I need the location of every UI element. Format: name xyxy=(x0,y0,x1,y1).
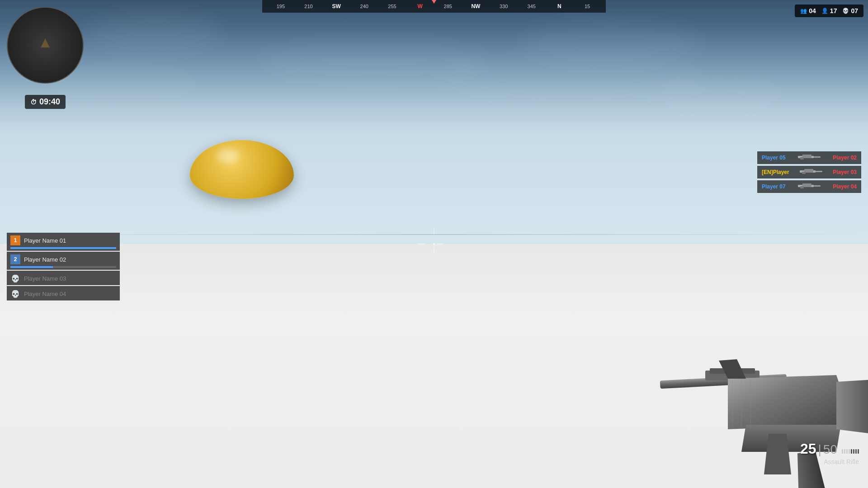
rank-3: 💀 xyxy=(10,273,20,283)
minimap xyxy=(7,7,84,84)
players-count: 17 xyxy=(830,7,837,14)
scoreboard-row-1: 1 Player Name 01 xyxy=(7,233,120,251)
compass-tick-330: 330 xyxy=(499,4,508,9)
compass-tick-n: N xyxy=(555,3,564,9)
rank-2: 2 xyxy=(10,254,20,264)
scoreboard-row-3: 💀 Player Name 03 xyxy=(7,271,120,285)
ammo-current: 25 xyxy=(800,441,816,457)
deaths-count: 07 xyxy=(851,7,858,14)
compass-bar: 195 210 SW 240 255 W 285 NW 330 345 N 15 xyxy=(262,0,606,13)
compass-tick-210: 210 xyxy=(304,4,313,9)
ammo-hud: 25 | 50 Assault Rifle xyxy=(800,441,859,465)
compass-tick-nw: NW xyxy=(471,3,480,9)
player-name-1: Player Name 01 xyxy=(24,237,116,244)
stat-players: 👤 17 xyxy=(821,7,837,14)
kill-victim-3: Player 04 xyxy=(833,183,857,190)
svg-rect-22 xyxy=(804,169,813,173)
timer-icon: ⏱ xyxy=(30,99,37,106)
kill-weapon-3 xyxy=(789,183,830,191)
kill-attacker-2: [EN]Player xyxy=(762,169,789,175)
ammo-reserve: 50 xyxy=(823,442,837,457)
kill-victim-1: Player 02 xyxy=(833,155,857,161)
kill-weapon-2 xyxy=(793,168,830,176)
compass-tick-285: 285 xyxy=(443,4,453,9)
kill-row-3: Player 07 Player 04 xyxy=(757,180,861,193)
svg-rect-28 xyxy=(814,185,821,187)
compass-indicator xyxy=(432,0,436,4)
svg-rect-24 xyxy=(816,171,822,172)
weapon-name: Assault Rifle xyxy=(800,458,859,465)
svg-rect-26 xyxy=(802,183,811,187)
svg-rect-27 xyxy=(800,186,804,188)
kill-victim-2: Player 03 xyxy=(833,169,857,175)
player-name-2: Player Name 02 xyxy=(24,256,116,263)
stat-teams: 👥 04 xyxy=(800,7,816,14)
compass-tick-345: 345 xyxy=(527,4,536,9)
horizon xyxy=(0,234,868,235)
kill-attacker-3: Player 07 xyxy=(762,183,786,190)
top-stats: 👥 04 👤 17 💀 07 xyxy=(795,5,863,17)
game-timer: ⏱ 09:40 xyxy=(25,95,66,109)
dome-highlight xyxy=(217,149,240,163)
player-name-3: Player Name 03 xyxy=(24,275,116,282)
bullet-pips xyxy=(842,449,859,454)
timer-value: 09:40 xyxy=(39,97,60,107)
compass-tick-195: 195 xyxy=(276,4,285,9)
rank-1: 1 xyxy=(10,235,20,245)
svg-marker-16 xyxy=(41,38,50,47)
compass-tick-w: W xyxy=(415,3,425,9)
kill-attacker-1: Player 05 xyxy=(762,155,786,161)
player-name-4: Player Name 04 xyxy=(24,291,116,297)
deaths-icon: 💀 xyxy=(842,8,849,14)
svg-rect-18 xyxy=(802,155,811,158)
svg-rect-19 xyxy=(800,157,804,160)
kill-weapon-1 xyxy=(789,154,830,162)
svg-rect-20 xyxy=(814,156,821,158)
compass-tick-sw: SW xyxy=(332,3,341,9)
sky xyxy=(0,0,868,268)
stat-deaths: 💀 07 xyxy=(842,7,858,14)
kill-feed: Player 05 Player 02 [EN]Player Player 03… xyxy=(757,151,861,193)
health-bar-2 xyxy=(10,266,53,268)
compass-tick-240: 240 xyxy=(360,4,369,9)
players-icon: 👤 xyxy=(821,8,828,14)
health-bar-1 xyxy=(10,247,116,249)
rank-4: 💀 xyxy=(10,289,20,299)
scoreboard: 1 Player Name 01 2 Player Name 02 💀 Play… xyxy=(7,233,120,300)
scoreboard-row-2: 2 Player Name 02 xyxy=(7,252,120,270)
teams-count: 04 xyxy=(809,7,816,14)
compass-tick-15: 15 xyxy=(583,4,592,9)
svg-rect-23 xyxy=(802,172,806,174)
scoreboard-row-4: 💀 Player Name 04 xyxy=(7,286,120,300)
kill-row-2: [EN]Player Player 03 xyxy=(757,166,861,178)
compass-tick-255: 255 xyxy=(387,4,396,9)
kill-row-1: Player 05 Player 02 xyxy=(757,151,861,164)
teams-icon: 👥 xyxy=(800,8,807,14)
game-world xyxy=(0,0,868,488)
